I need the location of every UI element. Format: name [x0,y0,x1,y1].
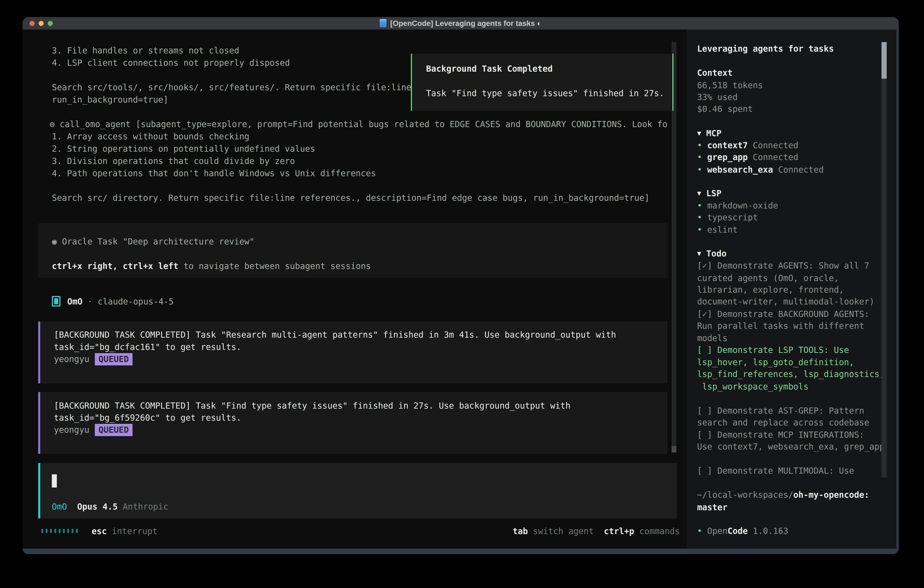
window-frame-bottom [23,549,899,554]
workspace-path-dim: ~/local-workspaces/ [697,490,793,500]
context-spent: $0.46 spent [697,103,753,115]
message-meta: yeongyuQUEUED [54,353,132,365]
main-scrollbar-thumb[interactable] [672,446,676,453]
terminal-content: 3. File handles or streams not closed 4.… [23,30,896,549]
chevron-down-icon: ▼ [697,129,701,137]
tool-call-tail: Search src/ directory. Return specific f… [52,192,650,204]
version-number: 1.0.163 [748,526,788,536]
lsp-heading[interactable]: ▼ LSP [697,187,721,200]
mcp-status: Connected [773,165,824,175]
chevron-down-icon: ▼ [697,189,701,197]
tool-call-item: 4. Path operations that don't handle Win… [52,167,376,180]
mcp-status: Connected [748,140,799,150]
status-dot-icon: • [697,165,702,175]
todo-line: [ ] Demonstrate MCP INTEGRATIONS: [697,429,864,441]
lsp-item: • eslint [697,224,738,236]
esc-key-label: interrupt [107,526,158,536]
sidebar-scrollbar-thumb[interactable] [881,42,887,79]
todo-line: [ ] Demonstrate MULTIMODAL: Use [697,465,854,477]
tool-call-head: call_omo_agent [subagent_type=explore, p… [54,119,668,129]
status-badge: QUEUED [95,353,132,365]
chevron-down-icon: ▼ [697,249,701,258]
session-agent: OmO [67,297,82,307]
tab-key-hint: tab [513,526,528,536]
status-badge: QUEUED [95,424,132,436]
message-meta: yeongyuQUEUED [54,424,132,436]
status-dot-icon: • [697,140,702,150]
background-task-message: [BACKGROUND TASK COMPLETED] Task "Find t… [38,392,668,454]
todo-line: [ ] Demonstrate AST-GREP: Pattern [697,405,864,417]
oracle-title-text: Oracle Task "Deep architecture review" [57,237,254,246]
mcp-heading[interactable]: ▼ MCP [697,127,721,140]
workspace-path: ~/local-workspaces/oh-my-opencode: [697,489,869,501]
terminal-window: [OpenCode] Leveraging agents for tasks ◐… [23,17,899,554]
sidebar-scrollbar-track[interactable] [881,42,887,477]
todo-line: models [697,332,728,345]
close-button[interactable] [30,21,35,26]
mcp-item: • websearch_exa Connected [697,164,824,176]
hint-rest: to navigate between subagent sessions [178,261,371,271]
session-model: claude-opus-4-5 [98,297,174,307]
screen: [OpenCode] Leveraging agents for tasks ◐… [0,0,924,588]
titlebar[interactable]: [OpenCode] Leveraging agents for tasks ◐ [23,17,899,30]
text-cursor [52,474,57,487]
input-model: Opus 4.5 [67,502,118,512]
scrollback-line: Search src/tools/, src/hooks/, src/featu… [52,81,411,94]
mcp-item: • grep_app Connected [697,151,799,164]
spinner-dots-icon [41,529,78,533]
todo-heading[interactable]: ▼ Todo [697,248,726,260]
lsp-heading-label: LSP [701,188,721,198]
statusbar-left: esc interrupt [92,525,158,537]
status-dot-icon: • [697,213,702,222]
message-author: yeongyu [54,425,89,435]
todo-line: librarian, explore, frontend, [697,284,844,296]
tool-call-item: 2. String operations on potentially unde… [52,143,315,155]
minimize-button[interactable] [39,21,44,26]
message-line: [BACKGROUND TASK COMPLETED] Task "Resear… [54,329,616,341]
mcp-name: websearch_exa [702,165,773,175]
background-task-message: [BACKGROUND TASK COMPLETED] Task "Resear… [38,322,668,383]
statusbar-right: tab switch agent ctrl+p commands [513,525,680,537]
ctrlp-key-hint: ctrl+p [594,526,634,536]
todo-line-active: lsp_find_references, lsp_diagnostics, [697,368,884,380]
ctrlp-key-label: commands [634,526,680,536]
todo-line: Run parallel tasks with different [697,320,864,332]
record-icon: ◉ [52,237,57,246]
context-heading: Context [697,67,733,79]
status-dot-icon: • [697,152,702,162]
todo-line: search and replace across codebase [697,416,869,429]
todo-line: curated agents (OmO, oracle, [697,272,839,284]
window-frame-right [896,30,899,549]
toast-title: Background Task Completed [426,63,553,75]
oracle-hint: ctrl+x right, ctrl+x left to navigate be… [52,260,371,273]
esc-key-hint: esc [92,526,107,536]
lsp-name: markdown-oxide [702,201,778,211]
mcp-status: Connected [748,152,799,162]
message-line: [BACKGROUND TASK COMPLETED] Task "Find t… [54,400,571,412]
lsp-name: typescript [702,213,758,222]
message-line: task_id="bg_dcfac161" to get results. [54,341,241,353]
status-dot-icon: • [697,201,702,211]
toast-body: Task "Find type safety issues" finished … [426,87,664,99]
session-header[interactable]: OmO · claude-opus-4-5 [67,296,174,308]
version-line: • OpenCode 1.0.163 [697,525,788,537]
mcp-heading-label: MCP [701,129,721,138]
tool-call-item: 1. Array access without bounds checking [52,130,249,143]
status-dot-icon: • [697,225,702,235]
mcp-name: grep_app [702,152,747,162]
workspace-branch: master [697,501,728,514]
maximize-button[interactable] [48,21,53,26]
gear-icon: ⚙ [50,119,54,129]
todo-line: Use context7, websearch_exa, grep_app [697,441,884,453]
scrollback-line: 3. File handles or streams not closed [52,45,239,57]
notification-toast: Background Task Completed Task "Find typ… [411,54,673,111]
todo-line-active: lsp_workspace_symbols [697,381,808,393]
oracle-task-title: ◉ Oracle Task "Deep architecture review" [52,236,254,248]
hint-keys: ctrl+x right, ctrl+x left [52,261,178,271]
message-author: yeongyu [54,354,89,364]
context-tokens: 66,518 tokens [697,79,763,92]
document-icon [380,19,386,27]
todo-line-active: lsp_hover, lsp_goto_definition, [697,356,854,368]
agent-square-fill [54,298,58,304]
mcp-name: context7 [702,140,747,150]
